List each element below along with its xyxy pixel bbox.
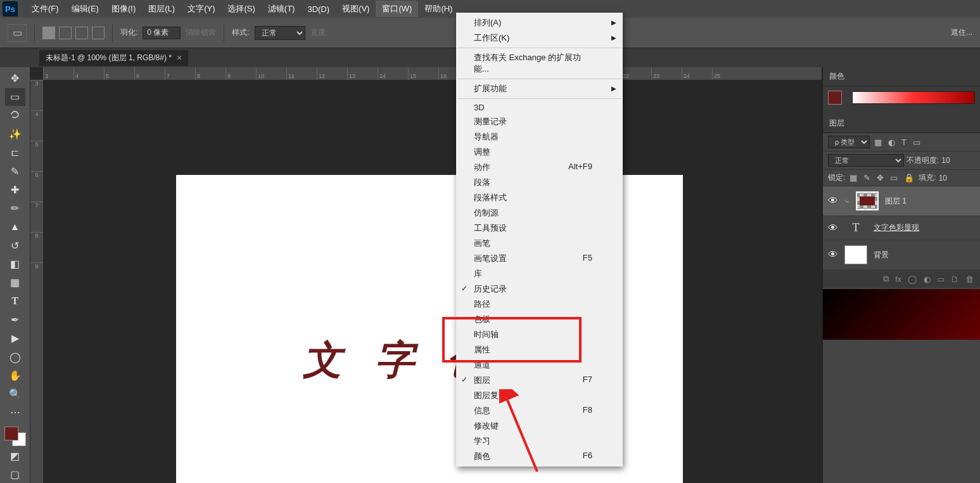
opacity-value[interactable]: 10 <box>941 156 950 165</box>
menu-adjustments[interactable]: 调整 <box>456 145 623 160</box>
layer-thumbnail[interactable] <box>844 245 867 264</box>
mask-icon[interactable]: ◯ <box>908 274 917 284</box>
filter-type-icon[interactable]: T <box>900 138 908 147</box>
lock-trans-icon[interactable]: ▦ <box>848 173 859 183</box>
layer-row-1[interactable]: 👁 ⤷ 图层 1 <box>823 186 980 216</box>
lock-all-icon[interactable]: 🔒 <box>902 173 916 183</box>
quick-mask-icon[interactable]: ◩ <box>5 448 25 465</box>
menu-modifier-keys[interactable]: 修改键 <box>456 418 623 434</box>
menu-window[interactable]: 窗口(W) <box>376 1 418 17</box>
move-tool[interactable]: ✥ <box>5 70 25 87</box>
menu-brush-settings[interactable]: 画笔设置F5 <box>456 251 623 266</box>
healing-tool[interactable]: ✚ <box>5 181 25 198</box>
menu-swatches[interactable]: 色板 <box>456 312 623 327</box>
adjustment-icon[interactable]: ◐ <box>924 274 931 284</box>
menu-type[interactable]: 文字(Y) <box>181 1 221 17</box>
menu-paragraph[interactable]: 段落 <box>456 175 623 190</box>
filter-adjust-icon[interactable]: ◐ <box>886 138 897 147</box>
layer-thumbnail[interactable] <box>856 191 879 210</box>
menu-extensions[interactable]: 扩展功能▶ <box>456 81 623 96</box>
color-swatches[interactable] <box>4 427 26 446</box>
layer-filter-kind[interactable]: ρ 类型 <box>828 136 870 148</box>
document-tab[interactable]: 未标题-1 @ 100% (图层 1, RGB/8#) * × <box>39 50 188 66</box>
filter-pixel-icon[interactable]: ▦ <box>872 138 884 147</box>
new-layer-icon[interactable]: 🗋 <box>951 274 959 284</box>
menu-layer[interactable]: 图层(L) <box>142 1 181 17</box>
gradient-tool[interactable]: ▦ <box>5 274 25 291</box>
stamp-tool[interactable]: ▲ <box>5 218 25 235</box>
menu-brushes[interactable]: 画笔 <box>456 236 623 251</box>
style-select[interactable]: 正常 <box>255 26 305 40</box>
menu-learn[interactable]: 学习 <box>456 434 623 449</box>
layer-name[interactable]: 文字色彩显现 <box>874 222 919 233</box>
menu-channels[interactable]: 通道 <box>456 357 623 373</box>
filter-shape-icon[interactable]: ▭ <box>911 138 922 147</box>
intersect-selection-icon[interactable] <box>92 27 105 39</box>
menu-info[interactable]: 信息F8 <box>456 403 623 418</box>
menu-3d-panel[interactable]: 3D <box>456 101 623 114</box>
navigator-preview[interactable] <box>823 289 980 340</box>
eyedropper-tool[interactable]: ✎ <box>5 162 25 179</box>
zoom-tool[interactable]: 🔍 <box>5 385 25 402</box>
menu-file[interactable]: 文件(F) <box>25 1 65 17</box>
tool-preset-icon[interactable]: ▭ <box>8 24 27 42</box>
subtract-selection-icon[interactable] <box>75 27 88 39</box>
menu-filter[interactable]: 滤镜(T) <box>262 1 302 17</box>
fill-value[interactable]: 10 <box>939 174 947 183</box>
menu-exchange[interactable]: 查找有关 Exchange 的扩展功能... <box>456 50 623 77</box>
eraser-tool[interactable]: ◧ <box>5 255 25 273</box>
foreground-color-swatch[interactable] <box>4 427 18 441</box>
menu-paragraph-styles[interactable]: 段落样式 <box>456 190 623 205</box>
layer-name[interactable]: 图层 1 <box>885 196 907 207</box>
menu-navigator[interactable]: 导航器 <box>456 129 623 145</box>
layers-panel-tab[interactable]: 图层 <box>823 114 980 133</box>
feather-input[interactable] <box>143 27 181 39</box>
menu-timeline[interactable]: 时间轴 <box>456 327 623 342</box>
lock-paint-icon[interactable]: ✎ <box>862 173 872 183</box>
menu-color-panel[interactable]: 颜色F6 <box>456 449 623 464</box>
color-slider[interactable] <box>852 91 975 104</box>
blend-mode-select[interactable]: 正常 <box>828 154 904 167</box>
menu-layer-comps[interactable]: 图层复合 <box>456 388 623 403</box>
menu-tool-presets[interactable]: 工具预设 <box>456 221 623 236</box>
menu-image[interactable]: 图像(I) <box>105 1 142 17</box>
lock-move-icon[interactable]: ✥ <box>875 173 886 183</box>
screen-mode-icon[interactable]: ▢ <box>5 466 25 483</box>
menu-history[interactable]: ✓历史记录 <box>456 281 623 297</box>
visibility-icon[interactable]: 👁 <box>828 222 838 234</box>
group-icon[interactable]: ▭ <box>937 274 945 284</box>
hand-tool[interactable]: ✋ <box>5 367 25 384</box>
marquee-tool[interactable]: ▭ <box>5 88 25 105</box>
lock-art-icon[interactable]: ▭ <box>888 173 900 183</box>
pen-tool[interactable]: ✒ <box>5 311 25 328</box>
color-current-swatch[interactable] <box>828 91 842 105</box>
path-select-tool[interactable]: ▶ <box>5 330 25 347</box>
more-tools[interactable]: ⋯ <box>5 404 25 421</box>
menu-layers-panel[interactable]: ✓图层F7 <box>456 373 623 388</box>
menu-view[interactable]: 视图(V) <box>336 1 376 17</box>
menu-3d[interactable]: 3D(D) <box>301 2 336 16</box>
menu-help[interactable]: 帮助(H) <box>418 1 459 17</box>
fx-icon[interactable]: fx <box>895 274 901 284</box>
menu-workspace[interactable]: 工作区(K)▶ <box>456 30 623 46</box>
crop-tool[interactable]: ⊏ <box>5 144 25 161</box>
menu-properties[interactable]: 属性 <box>456 342 623 357</box>
menu-select[interactable]: 选择(S) <box>221 1 261 17</box>
visibility-icon[interactable]: 👁 <box>828 249 838 261</box>
close-tab-icon[interactable]: × <box>177 53 182 63</box>
menu-libraries[interactable]: 库 <box>456 266 623 281</box>
menu-actions[interactable]: 动作Alt+F9 <box>456 160 623 175</box>
menu-edit[interactable]: 编辑(E) <box>65 1 105 17</box>
select-mask-button[interactable]: 遮住... <box>951 27 972 38</box>
layer-row-3[interactable]: 👁 背景 <box>823 240 980 270</box>
lasso-tool[interactable] <box>5 107 25 124</box>
history-brush-tool[interactable]: ↺ <box>5 237 25 254</box>
menu-arrange[interactable]: 排列(A)▶ <box>456 15 623 30</box>
link-layers-icon[interactable]: ⧉ <box>883 274 889 284</box>
menu-paths[interactable]: 路径 <box>456 297 623 312</box>
menu-clone-source[interactable]: 仿制源 <box>456 205 623 221</box>
layer-row-2[interactable]: 👁 T 文字色彩显现 <box>823 216 980 240</box>
add-selection-icon[interactable] <box>59 27 72 39</box>
magic-wand-tool[interactable]: ✨ <box>5 126 25 143</box>
brush-tool[interactable]: ✏ <box>5 200 25 217</box>
